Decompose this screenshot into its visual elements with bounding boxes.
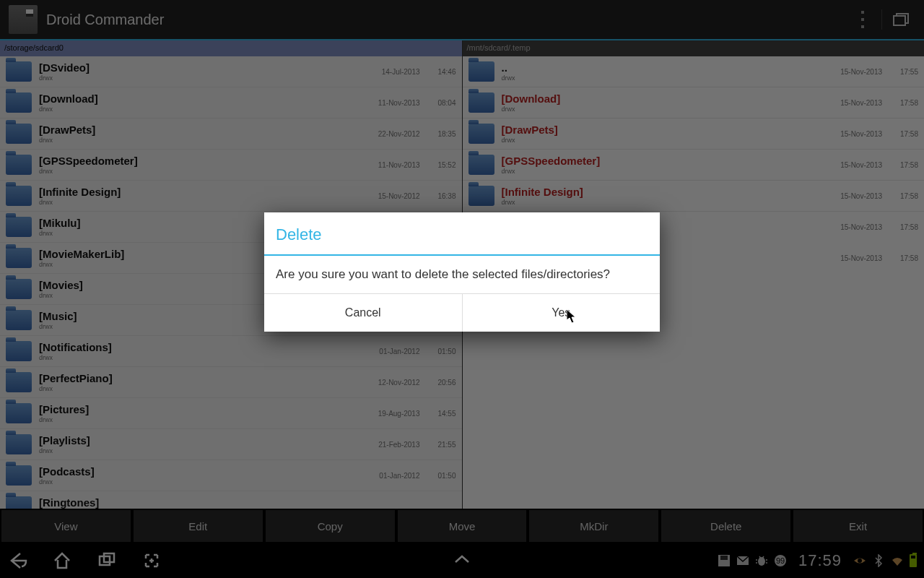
delete-dialog: Delete Are you sure you want to delete t… bbox=[264, 212, 660, 332]
dialog-title: Delete bbox=[264, 212, 660, 254]
cancel-button[interactable]: Cancel bbox=[264, 294, 462, 332]
yes-button[interactable]: Yes bbox=[462, 294, 661, 332]
dialog-message: Are you sure you want to delete the sele… bbox=[264, 256, 660, 293]
